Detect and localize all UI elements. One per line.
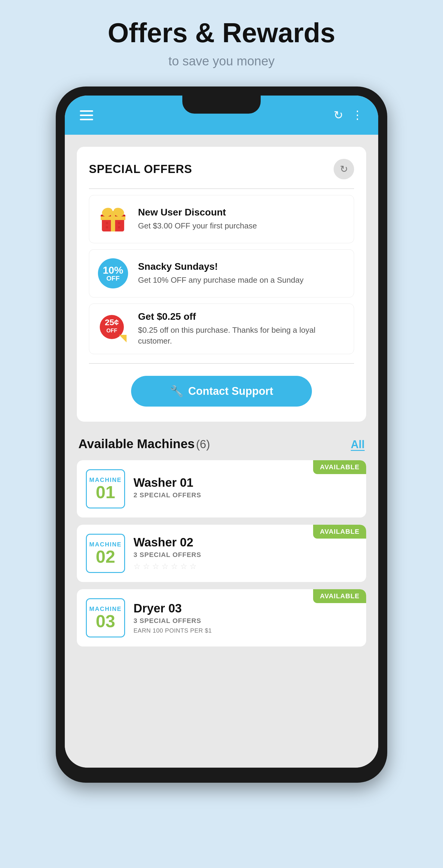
machine-card-1[interactable]: AVAILABLE MACHINE 01 Washer 01 2 SPECIAL… bbox=[77, 460, 366, 518]
available-badge-2: AVAILABLE bbox=[313, 525, 366, 538]
machine-num-box-1: MACHINE 01 bbox=[86, 469, 125, 508]
topbar-left bbox=[80, 110, 93, 120]
cents-svg: 25¢ OFF bbox=[98, 314, 128, 344]
machine-num-box-2: MACHINE 02 bbox=[86, 534, 125, 573]
svg-rect-3 bbox=[101, 216, 125, 220]
percent-off-label: OFF bbox=[106, 275, 120, 282]
percent-value: 10% bbox=[103, 265, 123, 275]
machine-card-inner-2: MACHINE 02 Washer 02 3 SPECIAL OFFERS ☆ … bbox=[86, 534, 357, 573]
offer-icon-cents: 25¢ OFF bbox=[96, 312, 130, 345]
star-4: ☆ bbox=[161, 562, 168, 571]
machines-title: Available Machines bbox=[78, 437, 195, 451]
phone-screen: ↻ ⋮ SPECIAL OFFERS ↻ bbox=[65, 96, 378, 768]
phone-content: SPECIAL OFFERS ↻ bbox=[65, 135, 378, 768]
offer-item-1[interactable]: New User Discount Get $3.00 OFF your fir… bbox=[89, 195, 354, 243]
refresh-icon: ↻ bbox=[340, 163, 348, 175]
topbar-right: ↻ ⋮ bbox=[334, 108, 363, 122]
machine-number-2: 02 bbox=[96, 548, 116, 565]
gift-svg bbox=[99, 206, 127, 233]
offer-name-3: Get $0.25 off bbox=[138, 311, 347, 322]
phone-topbar: ↻ ⋮ bbox=[65, 96, 378, 135]
svg-point-7 bbox=[106, 222, 108, 224]
wrench-icon: 🔧 bbox=[170, 385, 184, 398]
machine-card-3[interactable]: AVAILABLE MACHINE 03 Dryer 03 3 SPECIAL … bbox=[77, 589, 366, 647]
page-title: Offers & Rewards bbox=[107, 18, 335, 48]
offer-item-2[interactable]: 10% OFF Snacky Sundays! Get 10% OFF any … bbox=[89, 249, 354, 298]
machine-name-3: Dryer 03 bbox=[133, 601, 357, 615]
star-2: ☆ bbox=[143, 562, 150, 571]
machine-num-box-3: MACHINE 03 bbox=[86, 598, 125, 638]
svg-point-10 bbox=[118, 226, 120, 228]
offer-text-1: New User Discount Get $3.00 OFF your fir… bbox=[138, 207, 347, 231]
special-offers-title: SPECIAL OFFERS bbox=[89, 163, 192, 176]
machine-number-3: 03 bbox=[96, 613, 116, 630]
offer-icon-percent: 10% OFF bbox=[96, 257, 130, 290]
special-offers-card: SPECIAL OFFERS ↻ bbox=[77, 147, 366, 422]
contact-support-label: Contact Support bbox=[188, 385, 273, 398]
machine-offers-3: 3 SPECIAL OFFERS bbox=[133, 617, 357, 625]
offer-text-3: Get $0.25 off $0.25 off on this purchase… bbox=[138, 311, 347, 347]
machine-name-1: Washer 01 bbox=[133, 476, 357, 490]
machine-info-2: Washer 02 3 SPECIAL OFFERS ☆ ☆ ☆ ☆ ☆ ☆ ☆ bbox=[133, 535, 357, 571]
hamburger-icon[interactable] bbox=[80, 110, 93, 120]
star-3: ☆ bbox=[152, 562, 159, 571]
refresh-offers-button[interactable]: ↻ bbox=[334, 159, 354, 179]
machine-card-2[interactable]: AVAILABLE MACHINE 02 Washer 02 3 SPECIAL… bbox=[77, 525, 366, 582]
machine-earn-3: EARN 100 POINTS PER $1 bbox=[133, 627, 357, 634]
stars-row-2: ☆ ☆ ☆ ☆ ☆ ☆ ☆ bbox=[133, 562, 357, 571]
offer-desc-2: Get 10% OFF any purchase made on a Sunda… bbox=[138, 275, 347, 285]
phone-notch bbox=[182, 96, 261, 114]
machines-section-title: Available Machines (6) bbox=[78, 437, 210, 451]
offers-divider-top bbox=[89, 188, 354, 189]
svg-point-9 bbox=[106, 226, 108, 228]
offer-icon-gift bbox=[96, 203, 130, 236]
offer-desc-1: Get $3.00 OFF your first purchase bbox=[138, 220, 347, 231]
available-badge-1: AVAILABLE bbox=[313, 460, 366, 474]
offer-name-1: New User Discount bbox=[138, 207, 347, 218]
percent-badge: 10% OFF bbox=[98, 258, 128, 288]
machine-number-1: 01 bbox=[96, 484, 116, 501]
star-1: ☆ bbox=[133, 562, 140, 571]
available-badge-3: AVAILABLE bbox=[313, 589, 366, 603]
offer-desc-3: $0.25 off on this purchase. Thanks for b… bbox=[138, 324, 347, 347]
machine-info-3: Dryer 03 3 SPECIAL OFFERS EARN 100 POINT… bbox=[133, 601, 357, 634]
machine-offers-2: 3 SPECIAL OFFERS bbox=[133, 551, 357, 559]
offer-text-2: Snacky Sundays! Get 10% OFF any purchase… bbox=[138, 261, 347, 285]
svg-point-6 bbox=[110, 211, 116, 216]
svg-text:25¢: 25¢ bbox=[105, 318, 119, 327]
offer-item-3[interactable]: 25¢ OFF Get $0.25 off $0.25 off on this … bbox=[89, 304, 354, 354]
refresh-topbar-icon[interactable]: ↻ bbox=[334, 108, 343, 122]
svg-text:OFF: OFF bbox=[106, 328, 117, 334]
offer-name-2: Snacky Sundays! bbox=[138, 261, 347, 272]
machines-count: (6) bbox=[196, 438, 210, 451]
star-5: ☆ bbox=[171, 562, 178, 571]
star-6: ☆ bbox=[180, 562, 187, 571]
machine-offers-1: 2 SPECIAL OFFERS bbox=[133, 491, 357, 499]
machine-card-inner-3: MACHINE 03 Dryer 03 3 SPECIAL OFFERS EAR… bbox=[86, 598, 357, 638]
more-menu-icon[interactable]: ⋮ bbox=[352, 108, 363, 122]
offers-divider-bottom bbox=[89, 363, 354, 364]
machines-header: Available Machines (6) All bbox=[77, 437, 366, 451]
phone-frame: ↻ ⋮ SPECIAL OFFERS ↻ bbox=[56, 87, 387, 783]
contact-support-button[interactable]: 🔧 Contact Support bbox=[131, 376, 312, 407]
svg-marker-14 bbox=[119, 335, 127, 342]
machines-all-link[interactable]: All bbox=[351, 438, 365, 451]
page-subtitle: to save you money bbox=[168, 54, 275, 68]
machine-info-1: Washer 01 2 SPECIAL OFFERS bbox=[133, 476, 357, 501]
machine-card-inner-1: MACHINE 01 Washer 01 2 SPECIAL OFFERS bbox=[86, 469, 357, 508]
special-offers-header: SPECIAL OFFERS ↻ bbox=[89, 159, 354, 179]
star-7: ☆ bbox=[190, 562, 196, 571]
svg-point-8 bbox=[118, 222, 120, 224]
